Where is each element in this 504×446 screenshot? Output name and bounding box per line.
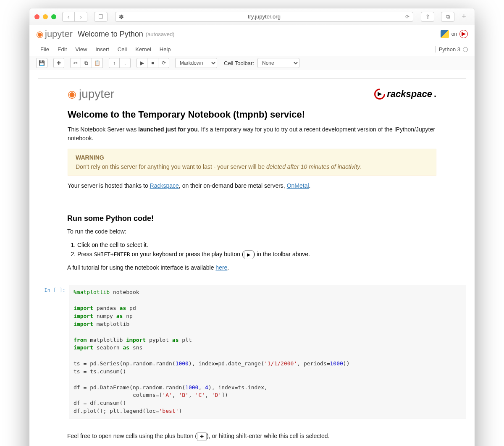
notebook-title[interactable]: Welcome to Python [78, 30, 143, 39]
step-1: Click on the cell to select it. [77, 240, 445, 249]
menu-insert[interactable]: Insert [91, 45, 113, 54]
run-heading: Run some Python code! [67, 214, 445, 223]
notebook-body: ◉ jupyter rackspace. Welcome to the Temp… [29, 70, 475, 446]
menu-kernel[interactable]: Kernel [131, 45, 155, 54]
share-button[interactable]: ⇪ [421, 12, 434, 22]
back-button[interactable]: ‹ [62, 12, 75, 22]
notebook-header: ◉ jupyter Welcome to Python (autosaved) … [29, 25, 475, 43]
rackspace-icon [459, 30, 468, 38]
python-icon [441, 30, 449, 38]
kernel-name: Python 3 [439, 46, 460, 52]
warning-box: WARNING Don't rely on this server for an… [68, 149, 436, 176]
plus-icon: ✚ [197, 432, 207, 441]
move-down-button[interactable]: ↓ [120, 58, 131, 68]
browser-titlebar: ‹ › ☐ ✽ try.jupyter.org ⟳ ⇪ ⧉ + [29, 8, 475, 25]
run-button[interactable]: ▶ [136, 58, 147, 68]
jupyter-logo[interactable]: ◉ jupyter [36, 29, 73, 39]
sidebar-toggle-button[interactable]: ☐ [94, 12, 108, 22]
favicon-icon: ✽ [119, 13, 124, 20]
new-tab-button[interactable]: + [458, 12, 470, 22]
stop-button[interactable]: ■ [147, 58, 158, 68]
copy-button[interactable]: ⧉ [81, 58, 92, 68]
cell-toolbar-label: Cell Toolbar: [224, 60, 254, 66]
save-button[interactable]: 💾 [36, 58, 47, 68]
menu-cell[interactable]: Cell [113, 45, 131, 54]
cut-button[interactable]: ✂ [70, 58, 81, 68]
tutorial-link[interactable]: here [215, 264, 227, 271]
add-cell-button[interactable]: ✚ [53, 58, 64, 68]
jupyter-swirl-icon: ◉ [36, 29, 43, 39]
rackspace-link[interactable]: Rackspace [150, 182, 179, 189]
cell-type-select[interactable]: Markdown [175, 58, 217, 68]
cell-prompt: In [ ]: [38, 285, 69, 419]
markdown-cell-welcome[interactable]: ◉ jupyter rackspace. Welcome to the Temp… [38, 79, 466, 203]
menubar: File Edit View Insert Cell Kernel Help P… [29, 43, 475, 56]
rackspace-icon [374, 89, 385, 100]
menu-edit[interactable]: Edit [53, 45, 71, 54]
autosave-status: (autosaved) [146, 31, 175, 37]
markdown-cell-run[interactable]: Run some Python code! To run the code be… [29, 203, 475, 281]
rackspace-logo: rackspace. [374, 89, 436, 100]
jupyter-swirl-icon: ◉ [68, 88, 76, 100]
onmetal-link[interactable]: OnMetal [287, 182, 309, 189]
markdown-cell-footer[interactable]: Feel free to open new cells using the pl… [29, 423, 475, 446]
url-bar[interactable]: ✽ try.jupyter.org ⟳ [115, 12, 413, 22]
play-icon: ▶ [244, 250, 253, 260]
forward-button[interactable]: › [75, 12, 87, 22]
reload-icon[interactable]: ⟳ [405, 14, 410, 20]
code-cell[interactable]: In [ ]: %matplotlib notebook import pand… [38, 285, 466, 419]
menu-view[interactable]: View [71, 45, 91, 54]
minimize-window-button[interactable] [43, 14, 48, 19]
move-up-button[interactable]: ↑ [109, 58, 120, 68]
step-2: Press SHIFT+ENTER on your keyboard or pr… [77, 249, 445, 259]
tabs-button[interactable]: ⧉ [441, 12, 454, 22]
url-text: try.jupyter.org [248, 13, 281, 20]
close-window-button[interactable] [34, 14, 39, 19]
paste-button[interactable]: 📋 [92, 58, 103, 68]
code-input[interactable]: %matplotlib notebook import pandas as pd… [69, 285, 466, 419]
restart-button[interactable]: ⟳ [158, 58, 169, 68]
kernel-status-icon [463, 47, 468, 52]
cell-toolbar-select[interactable]: None [257, 58, 299, 68]
jupyter-logo-large: ◉ jupyter [68, 87, 114, 101]
welcome-heading: Welcome to the Temporary Notebook (tmpnb… [68, 109, 436, 120]
maximize-window-button[interactable] [51, 14, 56, 19]
window-controls [34, 14, 56, 19]
toolbar: 💾 ✚ ✂ ⧉ 📋 ↑ ↓ ▶ ■ ⟳ Markdown [29, 56, 475, 70]
menu-help[interactable]: Help [155, 45, 175, 54]
menu-file[interactable]: File [36, 45, 53, 54]
